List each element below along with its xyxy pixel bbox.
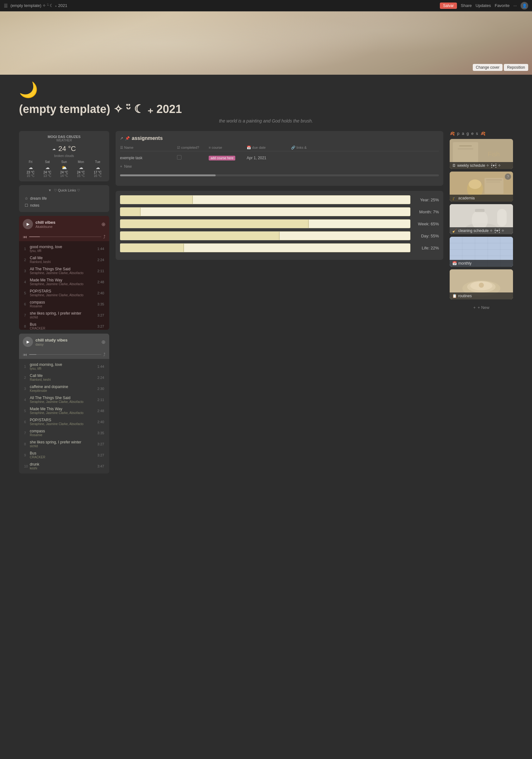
track-item[interactable]: 3 All The Things She Said Seraphine, Jas… — [23, 265, 105, 276]
track-item[interactable]: 5 Made Me This Way Seraphine, Jasmine Cl… — [23, 405, 105, 416]
assignment-row[interactable]: exemple task add course here Apr 1, 2021 — [120, 153, 439, 162]
add-new-page-button[interactable]: + + New — [450, 302, 513, 313]
track-item[interactable]: 6 POP/STARS Seraphine, Jasmine Clarke, A… — [23, 416, 105, 427]
player1-title: chill vibes — [35, 220, 56, 225]
day-label-sat: Sat — [40, 160, 55, 164]
track-artist: CRACKER — [30, 327, 98, 330]
task-checkbox[interactable] — [177, 155, 209, 160]
hamburger-icon[interactable]: ☰ — [4, 3, 8, 8]
player2-title: chill study vibes — [35, 338, 67, 342]
page-card-cleaning[interactable]: 🧹 cleaning schedule ✧ •̥̑▾•̥̑ ✧ — [450, 204, 513, 234]
quick-links-widget: ▼ ♡ Quick Links ♡ ☆ dream life ☐ notes — [19, 185, 109, 212]
more-button[interactable]: ··· — [513, 3, 517, 8]
player2-progress-track[interactable] — [29, 354, 101, 355]
track-item[interactable]: 2 Call Me Rainlord, keshi 2:24 — [23, 254, 105, 265]
track-item[interactable]: 3 caffeine and dopamine Keepitinside 2:3… — [23, 383, 105, 394]
weather-hi-mon: 24 °C — [73, 171, 89, 174]
track-item[interactable]: 10 drunk keshi 3:47 — [23, 460, 105, 472]
updates-button[interactable]: Updates — [476, 3, 491, 8]
page-card-routines[interactable]: 📋 routines — [450, 269, 513, 300]
pin-icon: 📌 — [125, 136, 130, 140]
track-details: Bus CRACKER — [30, 322, 98, 330]
player1-header: ▶ chill vibes Akakitsune ⊕ — [19, 216, 109, 232]
routines-icon: 📋 — [452, 294, 457, 298]
progress-row-life: Life: 22% — [120, 243, 439, 252]
track-item[interactable]: 7 compass Rosamie 3:35 — [23, 427, 105, 438]
track-item[interactable]: 4 All The Things She Said Seraphine, Jas… — [23, 394, 105, 405]
top-bar-right: Salvar Share Updates Favorite ··· 👤 — [440, 2, 528, 10]
assignments-scroll — [120, 175, 439, 176]
sidebar-item-notes[interactable]: ☐ notes — [23, 202, 105, 209]
notes-icon: ☐ — [25, 203, 28, 208]
prev-button-1[interactable]: ⏮ — [23, 234, 27, 239]
save-button[interactable]: Salvar — [440, 3, 457, 9]
task-course: add course here — [209, 156, 247, 160]
progress-row-year: Year: 25% — [120, 195, 439, 204]
share-track-button-2[interactable]: ⤴ — [103, 352, 105, 357]
collapse-icon[interactable]: ▼ — [48, 188, 52, 192]
week-progress-fill — [120, 220, 309, 228]
month-progress-track — [120, 207, 410, 216]
favorite-button[interactable]: Favorite — [495, 3, 510, 8]
player2-title-area: chill study vibes daisy — [35, 338, 67, 346]
track-artist: Seraphine, Jasmine Clarke, Absofacto — [30, 271, 98, 275]
main-grid: MOGI DAS CRUZES WEATHER ☁ 24 °C broken c… — [19, 131, 513, 477]
play-button-1[interactable]: ▶ — [23, 219, 33, 229]
weather-icon-sun: ⛅ — [56, 165, 72, 170]
academia-label: academia — [458, 196, 475, 200]
change-cover-button[interactable]: Change cover — [473, 64, 503, 71]
page-card-academia[interactable]: ? 🎓 academia — [450, 172, 513, 202]
monthly-label: monthly — [458, 261, 471, 265]
weather-day-sun: Sun ⛅ 24 °C 14 °C — [56, 160, 72, 178]
track-item[interactable]: 8 she likes spring, I prefer winter slch… — [23, 438, 105, 450]
breadcrumb: (empty template) ✧ ᵕ̈ ☾ ₊ 2021 — [11, 3, 67, 8]
weather-description: broken clouds — [23, 154, 105, 158]
add-assignment-button[interactable]: + New — [120, 162, 439, 171]
weekly-label: weekly schedule ✧ •̥̑▾•̥̑ ✧ — [457, 163, 501, 168]
assignments-widget: ↗ 📌 assignments ☰ Name ☑ completed? ≡ co… — [116, 131, 443, 186]
track-num: 3 — [24, 269, 30, 273]
player1-artist: Akakitsune — [35, 225, 56, 228]
track-artist: Seraphine, Jasmine Clarke, Absofacto — [30, 294, 98, 297]
weather-hi-sat: 24 °C — [40, 171, 55, 174]
page-card-monthly[interactable]: 📅 monthly — [450, 237, 513, 267]
track-name: good morning, love — [30, 245, 98, 249]
task-name: exemple task — [120, 156, 177, 160]
top-bar-left: ☰ (empty template) ✧ ᵕ̈ ☾ ₊ 2021 — [4, 3, 67, 8]
spotify-icon: ⊕ — [101, 221, 105, 227]
track-item[interactable]: 9 Bus CRACKER 3:27 — [23, 450, 105, 460]
player2-progress-area: ⏮ ⤴ — [19, 350, 109, 359]
col-name: ☰ Name — [120, 145, 177, 150]
track-item[interactable]: 1 good morning, love tysu, tiffi 1:44 — [23, 243, 105, 254]
track-artist: Rainlord, keshi — [30, 260, 98, 264]
player1-progress-track[interactable] — [29, 236, 101, 237]
track-artist: tysu, tiffi — [30, 249, 98, 253]
scroll-fill — [120, 175, 216, 176]
day-progress-fill — [120, 232, 280, 240]
player1-controls: ⊕ — [101, 221, 105, 227]
page-card-weekly[interactable]: Fish 🗓 weekly schedule ✧ •̥̑▾•̥̑ ✧ — [450, 139, 513, 169]
help-button[interactable]: ? — [505, 174, 511, 180]
scroll-bar[interactable] — [120, 175, 439, 176]
track-item[interactable]: 4 Made Me This Way Seraphine, Jasmine Cl… — [23, 276, 105, 287]
sidebar-item-dream-life[interactable]: ☆ dream life — [23, 195, 105, 202]
track-item[interactable]: 7 she likes spring, I prefer winter slch… — [23, 309, 105, 321]
play-button-2[interactable]: ▶ — [23, 337, 33, 347]
track-name: All The Things She Said — [30, 267, 98, 271]
share-track-button-1[interactable]: ⤴ — [103, 234, 105, 239]
track-item[interactable]: 6 compass Rosamie 3:35 — [23, 299, 105, 309]
track-item[interactable]: 5 POP/STARS Seraphine, Jasmine Clarke, A… — [23, 287, 105, 299]
weather-icon-sat: ☁ — [40, 165, 55, 170]
track-item[interactable]: 1 good morning, love tysu, tiffi 1:44 — [23, 361, 105, 372]
reposition-button[interactable]: Reposition — [504, 64, 528, 71]
cover-image: Change cover Reposition — [0, 11, 532, 75]
track-item[interactable]: 2 Call Me Rainlord, keshi 2:24 — [23, 372, 105, 383]
weather-day-tue: Tue ☁ 17 °C 16 °C — [90, 160, 105, 178]
share-button[interactable]: Share — [461, 3, 472, 8]
track-item[interactable]: 8 Bus CRACKER 3:27 — [23, 321, 105, 330]
weather-hi-sun: 24 °C — [56, 171, 72, 174]
track-name: Call Me — [30, 256, 98, 260]
page-icon: 🌙 — [19, 81, 38, 99]
player1-progress-fill — [29, 236, 40, 237]
prev-button-2[interactable]: ⏮ — [23, 352, 27, 357]
